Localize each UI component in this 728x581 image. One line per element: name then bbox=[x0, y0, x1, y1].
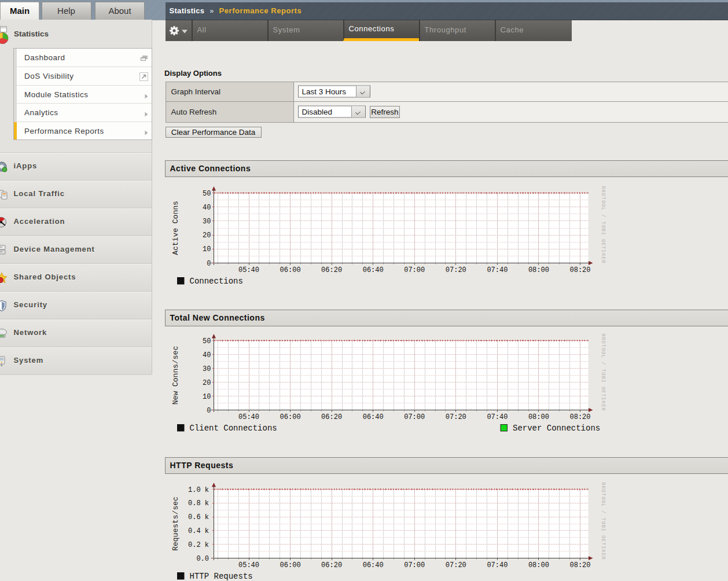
svg-text:07:00: 07:00 bbox=[404, 266, 425, 274]
svg-text:40: 40 bbox=[203, 204, 211, 212]
svg-text:06:40: 06:40 bbox=[363, 266, 384, 274]
svg-text:0.6 k: 0.6 k bbox=[188, 513, 209, 521]
svg-text:06:20: 06:20 bbox=[321, 413, 342, 421]
svg-text:06:40: 06:40 bbox=[363, 413, 384, 421]
svg-text:07:40: 07:40 bbox=[487, 413, 508, 421]
svg-text:07:00: 07:00 bbox=[404, 413, 425, 421]
svg-text:0.0: 0.0 bbox=[196, 555, 209, 563]
svg-text:07:20: 07:20 bbox=[446, 266, 466, 274]
svg-text:06:20: 06:20 bbox=[321, 266, 342, 274]
svg-text:07:00: 07:00 bbox=[404, 561, 425, 569]
svg-text:07:40: 07:40 bbox=[487, 266, 508, 274]
svg-text:10: 10 bbox=[203, 393, 211, 401]
svg-text:Active Conns: Active Conns bbox=[171, 201, 180, 255]
svg-text:06:20: 06:20 bbox=[321, 561, 342, 569]
svg-text:HTTP Requests: HTTP Requests bbox=[190, 572, 253, 581]
svg-text:08:20: 08:20 bbox=[569, 561, 590, 569]
svg-text:Connections: Connections bbox=[190, 277, 243, 286]
svg-text:05:40: 05:40 bbox=[238, 413, 259, 421]
svg-text:08:20: 08:20 bbox=[569, 266, 590, 274]
svg-text:0: 0 bbox=[207, 260, 211, 268]
svg-text:0: 0 bbox=[207, 407, 211, 415]
svg-text:RRDTOOL / TOBI OETIKER: RRDTOOL / TOBI OETIKER bbox=[600, 483, 606, 560]
svg-text:RRDTOOL / TOBI OETIKER: RRDTOOL / TOBI OETIKER bbox=[600, 334, 606, 411]
svg-text:40: 40 bbox=[203, 351, 211, 359]
svg-text:New Conns/sec: New Conns/sec bbox=[171, 346, 180, 405]
svg-text:08:20: 08:20 bbox=[569, 413, 590, 421]
svg-text:07:20: 07:20 bbox=[446, 561, 466, 569]
svg-text:05:40: 05:40 bbox=[238, 561, 259, 569]
svg-text:0.2 k: 0.2 k bbox=[188, 541, 209, 549]
svg-text:20: 20 bbox=[203, 379, 211, 387]
svg-text:Server Connections: Server Connections bbox=[513, 424, 600, 433]
svg-text:30: 30 bbox=[203, 218, 211, 226]
svg-text:0.8 k: 0.8 k bbox=[188, 499, 209, 508]
svg-text:05:40: 05:40 bbox=[238, 266, 259, 274]
svg-text:08:00: 08:00 bbox=[528, 266, 549, 274]
svg-text:RRDTOOL / TOBI OETIKER: RRDTOOL / TOBI OETIKER bbox=[600, 186, 606, 264]
svg-text:0.4 k: 0.4 k bbox=[188, 527, 209, 535]
svg-text:06:00: 06:00 bbox=[280, 266, 301, 274]
svg-text:06:40: 06:40 bbox=[363, 561, 384, 569]
svg-text:10: 10 bbox=[203, 245, 211, 253]
svg-text:06:00: 06:00 bbox=[280, 561, 301, 569]
svg-text:07:20: 07:20 bbox=[446, 413, 466, 421]
svg-text:20: 20 bbox=[203, 231, 211, 240]
svg-text:50: 50 bbox=[203, 190, 211, 198]
svg-text:50: 50 bbox=[203, 337, 211, 345]
svg-text:30: 30 bbox=[203, 365, 211, 373]
svg-text:07:40: 07:40 bbox=[487, 561, 508, 569]
svg-text:08:00: 08:00 bbox=[528, 413, 549, 421]
svg-text:1.0 k: 1.0 k bbox=[188, 486, 209, 494]
svg-text:Requests/sec: Requests/sec bbox=[171, 497, 180, 551]
svg-text:Client Connections: Client Connections bbox=[190, 424, 277, 433]
svg-text:06:00: 06:00 bbox=[280, 413, 301, 421]
svg-text:08:00: 08:00 bbox=[528, 561, 549, 569]
